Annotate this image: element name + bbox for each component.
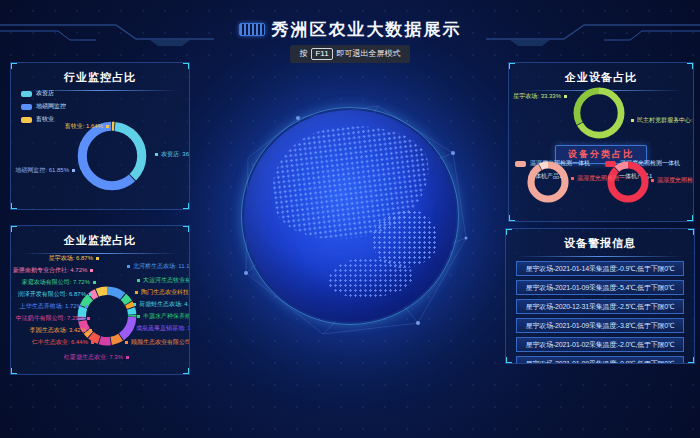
alarm-list-item[interactable]: 星宇农场-2021-01-09采集温度:-0.9℃,低于下限0℃ — [516, 356, 684, 364]
legend-item[interactable]: 地磅网监控 — [21, 102, 66, 111]
classification-right-donut-chart[interactable] — [607, 161, 649, 203]
legend-swatch — [21, 91, 32, 97]
legend-swatch — [21, 104, 32, 110]
chart-callout: 民主村党群服务中心: — [631, 117, 693, 124]
chart-callout: 地磅网监控: 61.85% — [13, 167, 75, 174]
chart-callout: 顾颜生态农业有限公司: 6.87 — [125, 339, 190, 346]
alarm-list-item[interactable]: 星宇农场-2021-01-02采集温度:-2.0℃,低于下限0℃ — [516, 337, 684, 352]
chart-callout: 陶门生态农业科技有限公 — [135, 289, 190, 296]
chart-callout: 北河桥生态农场: 11.16% — [127, 263, 190, 270]
legend-swatch — [21, 117, 32, 123]
chart-callout: 温湿度光照检测一— — [651, 177, 694, 184]
chart-callout: 李园生态农场: 3.42% — [13, 327, 92, 334]
panel-title: 企业设备占比 — [509, 63, 693, 85]
industry-donut-chart[interactable] — [77, 121, 147, 191]
globe-rim — [241, 107, 459, 325]
chart-callout: 润泽开发有限公司: 6.87% — [13, 291, 92, 298]
fullscreen-tooltip: 按 F11 即可退出全屏模式 — [0, 42, 700, 63]
panel-industry-monitor-ratio: 行业监控占比 农资店 地磅网监控 畜牧业 畜牧业: 1.64% 农资店: 36.… — [10, 62, 190, 210]
panel-device-ratio: 企业设备占比 星宇农场: 33.33% 民主村党群服务中心: 设备分类占比 温湿… — [508, 62, 694, 222]
chart-callout: 温湿度光照检测一— — [571, 175, 631, 182]
panel-enterprise-monitor-ratio: 企业监控占比 星宇农场: 6.87% 新塍南鹅专业合作社: 4.72% 家庭农场… — [10, 225, 190, 375]
classification-left-donut-chart[interactable] — [527, 161, 569, 203]
donut-segment — [611, 165, 645, 199]
chart-callout: 星宇农场: 6.87% — [13, 255, 99, 262]
chart-callout: 荷塘蛙生态农场: 4.29 — [133, 301, 190, 308]
chart-callout: 丰源水产种保养殖场: 1. — [137, 313, 190, 320]
legend-label: 农资店 — [36, 89, 54, 98]
device-donut-chart[interactable] — [573, 87, 625, 139]
alarm-list-item[interactable]: 星宇农场-2021-01-14采集温度:-0.9℃,低于下限0℃ — [516, 261, 684, 276]
panel-title: 行业监控占比 — [11, 63, 189, 85]
alarm-list-item[interactable]: 星宇农场-2021-01-09采集温度:-3.8℃,低于下限0℃ — [516, 318, 684, 333]
donut-segment — [531, 165, 565, 199]
alarm-list-item[interactable]: 星宇农场-2021-01-09采集温度:-5.4℃,低于下限0℃ — [516, 280, 684, 295]
chart-callout: 大运河生态牧业有限责任公 — [137, 277, 190, 284]
legend-swatch — [515, 161, 526, 167]
panel-device-alarms: 设备警报信息 星宇农场-2021-01-14采集温度:-0.9℃,低于下限0℃ … — [505, 228, 695, 364]
alarm-list-item[interactable]: 星宇农场-2020-12-31采集温度:-2.5℃,低于下限0℃ — [516, 299, 684, 314]
chart-callout: 农资店: 36.51% — [155, 151, 190, 158]
chart-callout: 上华生态养殖场: 1.72% — [13, 303, 88, 310]
chart-callout: 新塍南鹅专业合作社: 4.72% — [13, 267, 93, 274]
chart-callout: 成泉蔬菜直销基地: 15.02% — [130, 325, 190, 332]
title-divider — [516, 256, 684, 257]
page-title: 秀洲区农业大数据展示 — [272, 18, 462, 41]
chart-callout: 家庭农场有限公司: 7.72% — [13, 279, 96, 286]
chart-callout: 中法奶牛有限公司: 7.29% — [13, 315, 90, 322]
legend-item[interactable]: 农资店 — [21, 89, 66, 98]
tooltip-prefix: 按 — [299, 48, 307, 59]
chart-callout: 星宇农场: 33.33% — [511, 93, 567, 100]
brand-logo-icon — [239, 23, 265, 36]
tooltip-suffix: 即可退出全屏模式 — [337, 48, 401, 59]
panel-title: 设备警报信息 — [506, 229, 694, 251]
panel-title: 企业监控占比 — [11, 226, 189, 248]
legend-label: 地磅网监控 — [36, 102, 66, 111]
page-header: 秀洲区农业大数据展示 — [0, 18, 700, 41]
globe-visualization — [228, 98, 472, 342]
title-divider — [21, 253, 179, 254]
chart-callout: 畜牧业: 1.64% — [15, 123, 109, 130]
chart-callout: 红菱塘生态农业: 7.3% — [41, 354, 129, 361]
chart-callout: 仁丰生态农业: 6.44% — [13, 339, 94, 346]
f11-key-badge: F11 — [311, 48, 332, 60]
